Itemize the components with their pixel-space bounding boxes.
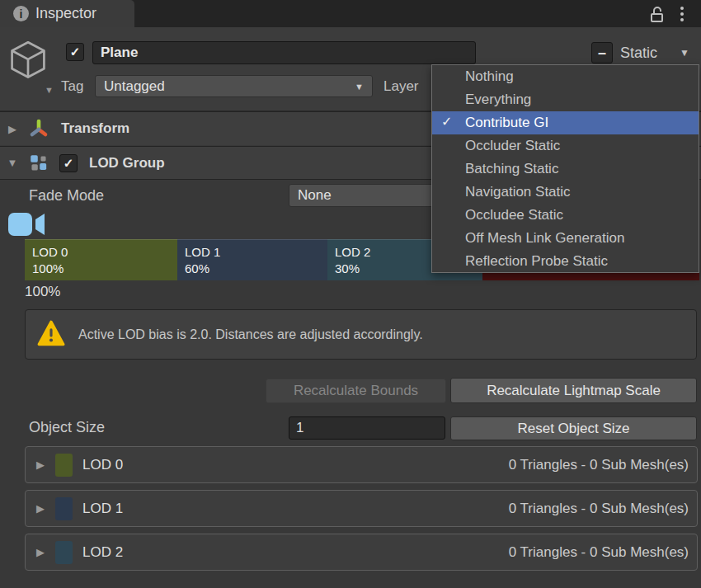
- check-icon: ✓: [441, 114, 452, 129]
- lod2-row[interactable]: ▶ LOD 2 0 Triangles - 0 Sub Mesh(es): [25, 534, 698, 571]
- kebab-menu-icon[interactable]: [676, 6, 688, 22]
- unlock-icon[interactable]: [648, 6, 666, 27]
- warning-icon: [37, 320, 65, 350]
- transform-foldout-icon[interactable]: ▶: [0, 123, 25, 135]
- lod0-foldout-icon[interactable]: ▶: [26, 459, 55, 471]
- menu-item-label: Contribute GI: [465, 115, 548, 131]
- lod0-segment-name: LOD 0: [32, 244, 177, 261]
- lod1-row-name: LOD 1: [82, 501, 123, 517]
- transform-title: Transform: [61, 120, 129, 137]
- static-mixed-checkbox[interactable]: –: [591, 42, 613, 64]
- menu-item-label: Occluder Static: [465, 138, 560, 154]
- lod1-row-info: 0 Triangles - 0 Sub Mesh(es): [509, 501, 689, 517]
- lodgroup-enabled-checkbox[interactable]: ✓: [59, 154, 78, 172]
- lod0-segment-percent: 100%: [32, 261, 177, 277]
- lod1-bar-segment[interactable]: LOD 1 60%: [177, 239, 327, 280]
- lod0-row-info: 0 Triangles - 0 Sub Mesh(es): [509, 457, 689, 473]
- lod1-foldout-icon[interactable]: ▶: [26, 502, 55, 515]
- active-checkbox[interactable]: ✓: [66, 43, 84, 61]
- menu-item-label: Batching Static: [465, 161, 558, 177]
- menu-item-label: Everything: [465, 92, 531, 108]
- menu-item-label: Occludee Static: [465, 207, 563, 223]
- object-size-label: Object Size: [29, 419, 105, 436]
- gameobject-cube-icon[interactable]: ▼: [8, 39, 51, 85]
- lod2-color-swatch: [55, 541, 73, 564]
- tag-dropdown[interactable]: Untagged ▼: [95, 75, 373, 97]
- recalculate-lightmap-scale-button[interactable]: Recalculate Lightmap Scale: [450, 378, 697, 403]
- transform-icon: [28, 118, 49, 139]
- tag-label: Tag: [61, 78, 83, 95]
- static-label[interactable]: Static: [620, 45, 657, 62]
- lod1-row[interactable]: ▶ LOD 1 0 Triangles - 0 Sub Mesh(es): [25, 490, 698, 527]
- menu-item-reflection-probe-static[interactable]: Reflection Probe Static: [432, 250, 699, 273]
- lod2-foldout-icon[interactable]: ▶: [26, 546, 55, 558]
- lod-bias-warning: Active LOD bias is 2.0. Distances are ad…: [25, 309, 697, 360]
- info-icon: i: [13, 6, 29, 21]
- recalculate-bounds-button[interactable]: Recalculate Bounds: [266, 379, 446, 403]
- menu-item-nothing[interactable]: Nothing: [432, 65, 699, 88]
- lod1-color-swatch: [55, 497, 73, 520]
- menu-item-label: Reflection Probe Static: [465, 253, 608, 270]
- lod0-color-swatch: [55, 454, 73, 477]
- lodgroup-foldout-icon[interactable]: ▼: [0, 157, 25, 169]
- menu-item-everything[interactable]: Everything: [432, 88, 699, 111]
- menu-item-label: Off Mesh Link Generation: [465, 230, 624, 247]
- menu-item-batching-static[interactable]: Batching Static: [432, 158, 699, 181]
- inspector-panel: i Inspector ▼ ✓ Plane – Static ▼ Tag Unt: [0, 0, 701, 588]
- prefab-dropdown-icon[interactable]: ▼: [45, 85, 54, 95]
- tab-inspector[interactable]: i Inspector: [0, 0, 134, 27]
- static-dropdown-icon[interactable]: ▼: [680, 47, 689, 59]
- lodgroup-icon: [28, 153, 49, 174]
- menu-item-label: Nothing: [465, 68, 514, 85]
- menu-item-off-mesh-link-generation[interactable]: Off Mesh Link Generation: [432, 227, 699, 250]
- lod-camera-icon[interactable]: [7, 209, 48, 242]
- lod2-row-info: 0 Triangles - 0 Sub Mesh(es): [509, 544, 689, 561]
- tag-dropdown-arrow-icon: ▼: [355, 82, 364, 92]
- lod0-row[interactable]: ▶ LOD 0 0 Triangles - 0 Sub Mesh(es): [25, 446, 698, 483]
- lod1-segment-name: LOD 1: [185, 244, 327, 261]
- menu-item-occludee-static[interactable]: Occludee Static: [432, 204, 699, 227]
- lod2-row-name: LOD 2: [82, 544, 123, 561]
- camera-playhead-percent: 100%: [25, 284, 60, 300]
- fade-mode-label: Fade Mode: [29, 187, 104, 205]
- menu-item-occluder-static[interactable]: Occluder Static: [432, 134, 699, 158]
- lodgroup-title: LOD Group: [89, 155, 165, 172]
- tab-title: Inspector: [35, 5, 96, 22]
- layer-label: Layer: [383, 78, 419, 95]
- reset-object-size-button[interactable]: Reset Object Size: [450, 416, 697, 440]
- menu-item-label: Navigation Static: [465, 184, 571, 200]
- lod1-segment-percent: 60%: [185, 261, 327, 277]
- tab-bar: i Inspector: [0, 0, 701, 27]
- name-input[interactable]: Plane: [92, 41, 476, 64]
- lod0-row-name: LOD 0: [82, 457, 123, 473]
- warning-text: Active LOD bias is 2.0. Distances are ad…: [78, 327, 423, 342]
- lod0-bar-segment[interactable]: LOD 0 100%: [25, 239, 177, 280]
- menu-item-contribute-gi[interactable]: ✓ Contribute GI: [432, 111, 699, 134]
- static-flags-menu: Nothing Everything ✓ Contribute GI Occlu…: [431, 64, 699, 273]
- fade-mode-value: None: [298, 187, 332, 204]
- menu-item-navigation-static[interactable]: Navigation Static: [432, 181, 699, 204]
- object-size-input[interactable]: 1: [289, 416, 445, 440]
- tag-value: Untagged: [104, 78, 165, 95]
